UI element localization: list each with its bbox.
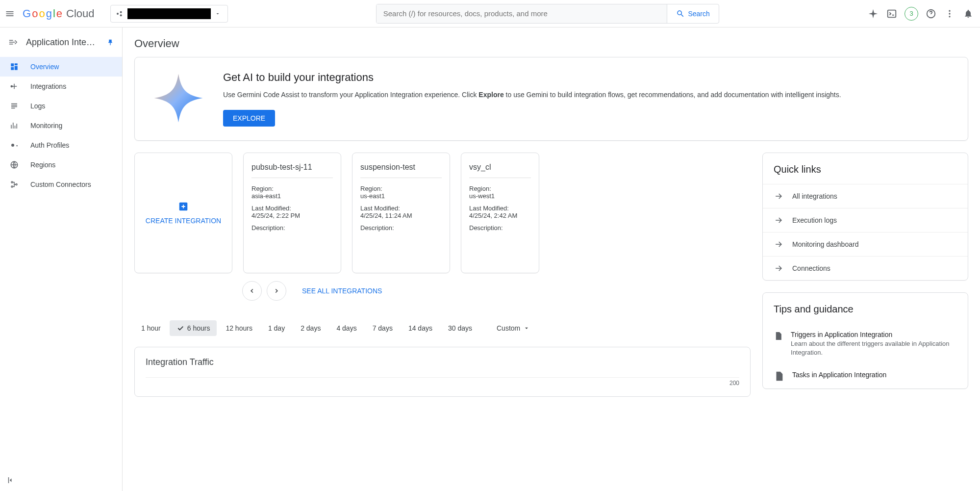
menu-icon[interactable] xyxy=(4,8,16,20)
see-all-link[interactable]: SEE ALL INTEGRATIONS xyxy=(302,287,382,295)
gemini-star-icon xyxy=(151,71,205,125)
svg-point-9 xyxy=(11,144,14,147)
svg-point-7 xyxy=(949,16,950,17)
quick-links-title: Quick links xyxy=(763,153,968,184)
y-axis-label: 200 xyxy=(146,377,739,387)
search-button[interactable]: Search xyxy=(667,4,718,23)
sidebar-item-logs[interactable]: Logs xyxy=(0,96,122,116)
globe-icon xyxy=(10,160,20,169)
quick-link-execution-logs[interactable]: Execution logs xyxy=(763,208,968,232)
tip-item[interactable]: Triggers in Application Integration Lear… xyxy=(763,324,968,364)
time-tab-custom[interactable]: Custom xyxy=(490,320,537,336)
search-icon xyxy=(676,9,685,18)
arrow-right-icon xyxy=(774,263,783,273)
time-range-tabs: 1 hour 6 hours 12 hours 1 day 2 days 4 d… xyxy=(134,320,751,336)
sidebar-item-overview[interactable]: Overview xyxy=(0,57,122,77)
svg-point-6 xyxy=(949,13,950,14)
tip-item[interactable]: Tasks in Application Integration xyxy=(763,364,968,388)
svg-point-1 xyxy=(120,11,122,13)
banner-title: Get AI to build your integrations xyxy=(223,71,841,84)
search-input[interactable] xyxy=(377,4,667,23)
plus-icon xyxy=(178,201,189,212)
svg-point-8 xyxy=(11,86,12,87)
time-tab-30d[interactable]: 30 days xyxy=(441,320,479,336)
chevron-down-icon xyxy=(215,11,221,17)
quick-link-all-integrations[interactable]: All integrations xyxy=(763,184,968,208)
top-bar: GoogleCloud Search 3 xyxy=(0,0,980,27)
banner-description: Use Germini Code Assist to transform you… xyxy=(223,90,841,100)
tips-panel: Tips and guidance Triggers in Applicatio… xyxy=(762,292,968,389)
check-icon xyxy=(176,324,184,332)
svg-rect-3 xyxy=(888,10,896,17)
page-title: Overview xyxy=(123,27,980,57)
time-tab-14d[interactable]: 14 days xyxy=(402,320,439,336)
chevron-down-icon xyxy=(523,325,530,332)
svg-point-11 xyxy=(11,181,13,183)
arrow-right-icon xyxy=(774,239,783,249)
quick-links-panel: Quick links All integrations Execution l… xyxy=(762,153,968,281)
integration-traffic-card: Integration Traffic 200 xyxy=(134,347,751,397)
sidebar-item-auth-profiles[interactable]: Auth Profiles xyxy=(0,135,122,155)
sidebar-item-monitoring[interactable]: Monitoring xyxy=(0,116,122,135)
prev-button[interactable] xyxy=(242,281,262,301)
document-icon xyxy=(774,371,784,382)
sidebar-item-integrations[interactable]: Integrations xyxy=(0,77,122,96)
next-button[interactable] xyxy=(267,281,286,301)
svg-point-5 xyxy=(949,10,950,11)
gemini-icon[interactable] xyxy=(867,8,879,20)
time-tab-6h[interactable]: 6 hours xyxy=(170,320,217,336)
trial-badge[interactable]: 3 xyxy=(905,7,918,21)
time-tab-2d[interactable]: 2 days xyxy=(294,320,327,336)
google-cloud-logo[interactable]: GoogleCloud xyxy=(23,7,95,20)
integration-icon xyxy=(10,82,20,91)
dashboard-icon xyxy=(10,62,20,71)
pin-icon[interactable] xyxy=(106,38,114,46)
search-box: Search xyxy=(376,4,719,24)
integration-card[interactable]: suspension-test Region:us-east1 Last Mod… xyxy=(352,153,450,273)
arrow-right-icon xyxy=(774,215,783,225)
connectors-icon xyxy=(10,180,20,189)
sidebar-item-custom-connectors[interactable]: Custom Connectors xyxy=(0,175,122,194)
time-tab-1h[interactable]: 1 hour xyxy=(134,320,168,336)
main-content: Overview Get AI to build your integratio… xyxy=(123,27,980,491)
integration-cards: CREATE INTEGRATION pubsub-test-sj-11 Reg… xyxy=(134,153,751,273)
time-tab-4d[interactable]: 4 days xyxy=(329,320,363,336)
monitoring-icon xyxy=(10,121,20,130)
tips-title: Tips and guidance xyxy=(763,293,968,324)
integration-card[interactable]: pubsub-test-sj-11 Region:asia-east1 Last… xyxy=(243,153,341,273)
project-selector[interactable] xyxy=(110,5,228,23)
traffic-title: Integration Traffic xyxy=(146,357,739,367)
svg-point-0 xyxy=(117,13,119,15)
ai-banner: Get AI to build your integrations Use Ge… xyxy=(134,57,968,141)
notifications-icon[interactable] xyxy=(962,8,974,20)
sidebar-title: Application Integr… xyxy=(26,37,100,48)
time-tab-12h[interactable]: 12 hours xyxy=(219,320,259,336)
app-integration-icon xyxy=(8,36,19,48)
collapse-sidebar-icon[interactable] xyxy=(5,474,17,486)
sidebar-item-regions[interactable]: Regions xyxy=(0,155,122,175)
svg-point-2 xyxy=(120,14,122,16)
sidebar: Application Integr… Overview Integration… xyxy=(0,27,123,491)
help-icon[interactable] xyxy=(925,8,937,20)
svg-point-13 xyxy=(16,184,17,185)
time-tab-1d[interactable]: 1 day xyxy=(261,320,292,336)
key-icon xyxy=(10,141,20,150)
create-integration-card[interactable]: CREATE INTEGRATION xyxy=(134,153,232,273)
explore-button[interactable]: EXPLORE xyxy=(223,110,275,127)
quick-link-monitoring[interactable]: Monitoring dashboard xyxy=(763,232,968,256)
svg-point-12 xyxy=(11,186,13,187)
integration-card[interactable]: vsy_cl Region:us-west1 Last Modified:4/2… xyxy=(461,153,539,273)
document-icon xyxy=(774,331,783,341)
more-icon[interactable] xyxy=(944,8,955,20)
cloud-shell-icon[interactable] xyxy=(886,8,898,20)
arrow-right-icon xyxy=(774,191,783,201)
project-name-redacted xyxy=(127,8,211,19)
logs-icon xyxy=(10,102,20,110)
time-tab-7d[interactable]: 7 days xyxy=(366,320,400,336)
quick-link-connections[interactable]: Connections xyxy=(763,256,968,280)
